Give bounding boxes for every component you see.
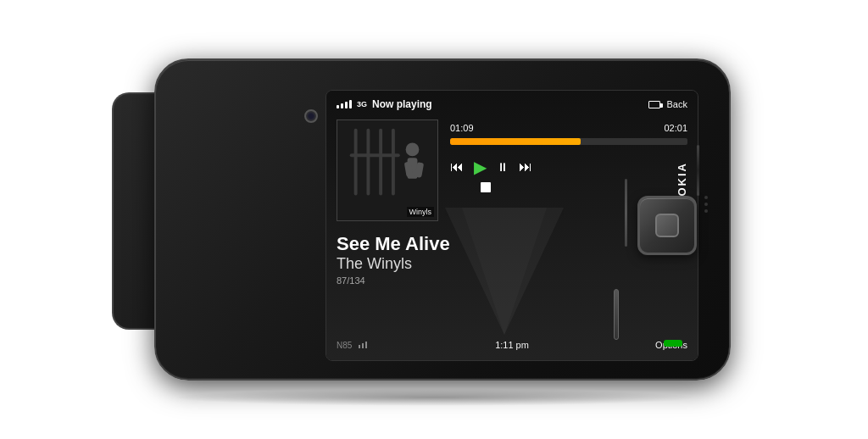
nav-center (655, 214, 679, 237)
svg-rect-5 (350, 153, 400, 157)
bottom-bar: N85 1:11 pm Options (326, 330, 698, 360)
svg-rect-1 (354, 129, 358, 196)
status-right: Back (648, 99, 687, 109)
phone-device: ⏭ ⏯ ■ ⏮ (86, 42, 782, 397)
bottom-led-green (664, 340, 682, 347)
signal-bars (337, 100, 352, 108)
svg-rect-4 (392, 129, 395, 196)
album-art: Winyls (337, 119, 438, 221)
status-bar: 3G Now playing Back (326, 91, 698, 116)
phone-shadow (171, 389, 697, 406)
back-button[interactable]: Back (667, 99, 687, 109)
svg-point-6 (406, 143, 420, 157)
album-winyls-label: Winyls (407, 207, 435, 217)
album-art-inner: Winyls (337, 120, 437, 220)
navigation-button[interactable] (637, 196, 697, 255)
vert-line (697, 145, 699, 196)
phone-body: 3G Now playing Back (154, 58, 731, 381)
battery-icon (648, 101, 660, 108)
svg-rect-2 (366, 129, 370, 196)
status-left: 3G Now playing (337, 98, 432, 110)
network-label: 3G (357, 100, 367, 108)
bottom-left: N85 (337, 341, 367, 350)
right-speaker (704, 196, 708, 213)
progress-bar[interactable] (450, 138, 687, 145)
right-vert-line (625, 179, 627, 247)
now-playing-label: Now playing (372, 98, 432, 110)
progress-bar-fill (450, 138, 581, 145)
time-row: 01:09 02:01 (450, 123, 687, 133)
total-time: 02:01 (664, 123, 687, 133)
current-time-display: 1:11 pm (495, 340, 529, 350)
current-time: 01:09 (450, 123, 474, 133)
right-vol-slider[interactable] (614, 289, 619, 340)
model-label: N85 (337, 341, 352, 350)
camera-lens (304, 109, 318, 123)
svg-rect-3 (379, 129, 382, 196)
